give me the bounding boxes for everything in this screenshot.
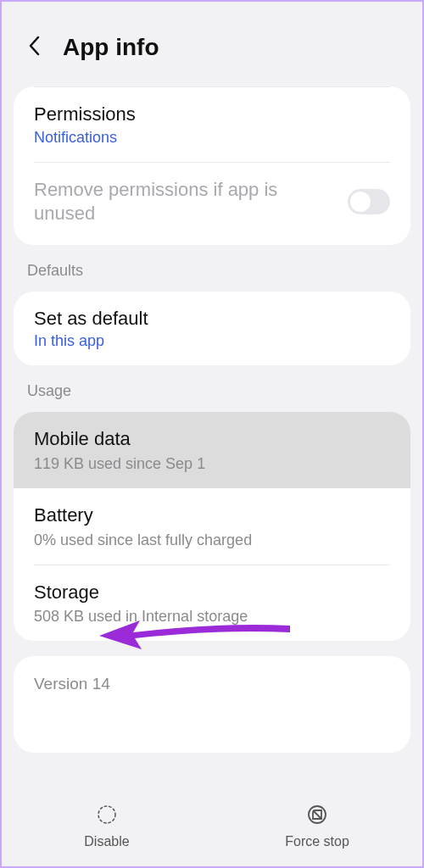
storage-sub: 508 KB used in Internal storage [34,608,390,626]
disable-button[interactable]: Disable [39,804,175,849]
storage-item[interactable]: Storage 508 KB used in Internal storage [14,565,410,642]
defaults-section-label: Defaults [2,245,422,292]
mobile-data-item[interactable]: Mobile data 119 KB used since Sep 1 [14,412,410,488]
battery-title: Battery [34,504,390,528]
permissions-item[interactable]: Permissions Notifications [14,87,410,162]
battery-sub: 0% used since last fully charged [34,531,390,549]
bottom-bar: Disable Force stop [2,792,422,866]
usage-section-label: Usage [2,365,422,412]
toggle-switch[interactable] [348,189,390,214]
back-icon[interactable] [27,34,42,61]
page-title: App info [63,34,159,61]
force-stop-icon [306,804,328,829]
force-stop-label: Force stop [285,834,349,849]
mobile-data-sub: 119 KB used since Sep 1 [34,455,390,473]
version-card: Version 14 [14,656,410,753]
set-default-item[interactable]: Set as default In this app [14,292,410,366]
disable-icon [96,804,118,829]
svg-line-3 [313,810,321,819]
storage-title: Storage [34,581,390,605]
usage-card: Battery 0% used since last fully charged… [14,488,410,641]
remove-permissions-row[interactable]: Remove permissions if app is unused [14,163,410,245]
set-default-sub: In this app [34,332,390,350]
force-stop-button[interactable]: Force stop [249,804,385,849]
battery-item[interactable]: Battery 0% used since last fully charged [14,488,410,565]
disable-label: Disable [84,834,129,849]
permissions-card: Permissions Notifications Remove permiss… [14,86,410,245]
set-default-title: Set as default [34,307,390,331]
mobile-data-title: Mobile data [34,427,390,452]
header: App info [2,2,422,86]
svg-point-0 [98,806,115,823]
remove-permissions-label: Remove permissions if app is unused [34,178,305,226]
permissions-sub: Notifications [34,129,390,147]
version-text: Version 14 [34,675,390,693]
defaults-card: Set as default In this app [14,292,410,366]
permissions-title: Permissions [34,103,390,127]
